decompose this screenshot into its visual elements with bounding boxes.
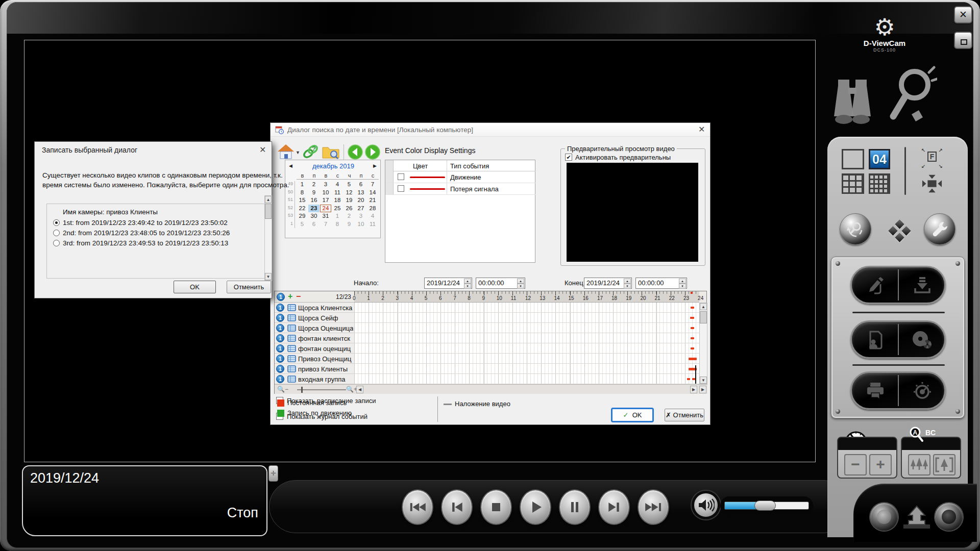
calendar-day[interactable]: 7 xyxy=(320,220,331,228)
calendar-day[interactable]: 1 xyxy=(297,181,308,188)
scroll-down-icon[interactable]: ▼ xyxy=(265,273,272,280)
enable-preview-checkbox[interactable]: ✔ xyxy=(565,154,572,161)
previous-day-button[interactable] xyxy=(348,144,363,160)
calendar-day[interactable]: 8 xyxy=(297,189,308,196)
speed-increase-button[interactable]: + xyxy=(869,454,892,475)
home-button[interactable] xyxy=(277,143,295,161)
close-dialog-icon[interactable]: ✕ xyxy=(259,146,266,154)
calendar-month-label[interactable]: декабрь 2019 xyxy=(296,162,371,170)
start-date-field[interactable]: 2019/12/24 ▲▼ xyxy=(424,278,472,289)
scroll-corner-icon[interactable]: ▶ xyxy=(699,386,706,393)
record-cancel-button[interactable]: Отменить xyxy=(227,281,271,293)
remove-camera-icon[interactable]: − xyxy=(296,292,301,301)
folder-search-button[interactable] xyxy=(322,144,340,160)
calendar-day[interactable]: 11 xyxy=(332,189,343,196)
calendar-day[interactable]: 24 xyxy=(320,205,331,212)
zoom-wide-button[interactable] xyxy=(908,454,930,475)
start-time-field[interactable]: 00:00:00 ▲▼ xyxy=(476,278,525,289)
camera-row[interactable]: 1Привоз Оценщиц xyxy=(275,354,354,364)
calendar-day[interactable]: 2 xyxy=(344,212,355,220)
download-button[interactable] xyxy=(912,275,933,295)
calendar-day[interactable]: 27 xyxy=(355,205,366,212)
end-time-field[interactable]: 00:00:00 ▲▼ xyxy=(635,278,687,289)
calendar-day[interactable]: 28 xyxy=(367,205,378,212)
calendar-day[interactable]: 5 xyxy=(344,181,355,188)
timeline-cursor[interactable] xyxy=(695,365,696,384)
calendar-day[interactable]: 3 xyxy=(355,212,366,220)
scroll-up-icon[interactable]: ▲ xyxy=(700,303,707,310)
next-frame-button[interactable] xyxy=(598,489,630,525)
layout-grid16-button[interactable] xyxy=(869,173,890,194)
camera-row[interactable]: 1Щорса Сейф xyxy=(275,313,354,323)
record-ok-button[interactable]: OK xyxy=(174,281,216,293)
previous-frame-button[interactable] xyxy=(441,489,473,525)
clip-option-radio[interactable] xyxy=(53,240,60,246)
smart-search-button[interactable] xyxy=(840,213,871,245)
calendar-day[interactable]: 31 xyxy=(320,212,331,220)
timeline-grid[interactable] xyxy=(354,303,699,384)
splitter-handle[interactable]: ✛ xyxy=(268,465,278,482)
calendar-day[interactable]: 1 xyxy=(332,212,343,220)
speed-decrease-button[interactable]: − xyxy=(844,454,867,475)
calendar-day[interactable]: 22 xyxy=(297,205,308,212)
calendar-day[interactable]: 13 xyxy=(355,189,366,196)
annotate-button[interactable] xyxy=(865,275,886,295)
camera-row[interactable]: 1входная группа xyxy=(275,374,354,384)
timer-button[interactable] xyxy=(912,381,933,401)
search-ok-button[interactable]: ✓ OK xyxy=(612,409,653,421)
camera-row[interactable]: 1Щорса Клиентска xyxy=(275,303,354,313)
dialog-titlebar[interactable]: Диалог поиска по дате и времени [Локальн… xyxy=(271,123,710,137)
calendar-day[interactable]: 15 xyxy=(297,196,308,204)
calendar-day[interactable]: 10 xyxy=(320,189,331,196)
layout-single-button[interactable] xyxy=(842,149,864,169)
close-dialog-icon[interactable]: ✕ xyxy=(698,126,705,134)
calendar-day[interactable]: 8 xyxy=(332,220,343,228)
pause-button[interactable] xyxy=(559,489,591,525)
minimize-window-button[interactable] xyxy=(954,32,972,49)
calendar-prev-icon[interactable]: ◀ xyxy=(289,163,292,168)
search-cancel-button[interactable]: ✗ Отменить xyxy=(665,409,704,421)
timeline-vscrollbar[interactable]: ▲ ▼ xyxy=(699,303,707,384)
calendar-day[interactable]: 3 xyxy=(320,181,331,188)
binoculars-icon[interactable] xyxy=(832,74,873,130)
calendar-day[interactable]: 12 xyxy=(344,189,355,196)
play-button[interactable] xyxy=(520,489,551,525)
compact-view-button[interactable] xyxy=(921,173,943,194)
calendar-day[interactable]: 25 xyxy=(332,205,343,212)
calendar-day[interactable]: 18 xyxy=(332,196,343,204)
calendar-day[interactable]: 26 xyxy=(344,205,355,212)
fullscreen-button[interactable]: ↖ ↗ ↙ ↘ F xyxy=(921,148,943,169)
calendar-day[interactable]: 9 xyxy=(308,189,320,196)
dialog-titlebar[interactable]: Записать выбранный диалог ✕ xyxy=(35,142,272,157)
camera-row[interactable]: 1фонтан клиентск xyxy=(275,333,354,343)
scroll-up-icon[interactable]: ▲ xyxy=(265,196,272,203)
settings-button[interactable] xyxy=(924,213,955,245)
calendar-day[interactable]: 14 xyxy=(367,189,378,196)
fast-forward-button[interactable] xyxy=(638,489,669,525)
clip-option-radio[interactable] xyxy=(53,230,60,236)
snapshot-export-button[interactable] xyxy=(865,330,886,350)
scroll-down-icon[interactable]: ▼ xyxy=(700,377,707,384)
timeline-zoom-handle[interactable] xyxy=(301,387,303,393)
calendar-day[interactable]: 29 xyxy=(297,212,308,220)
clip-option-radio[interactable] xyxy=(53,219,60,226)
calendar-day[interactable]: 5 xyxy=(297,220,308,228)
calendar-day[interactable]: 19 xyxy=(344,196,355,204)
camera-row[interactable]: 1привоз Клиенты xyxy=(275,364,354,374)
next-day-button[interactable] xyxy=(365,144,380,160)
end-date-spinner[interactable]: ▲▼ xyxy=(624,279,631,288)
calendar-next-icon[interactable]: ▶ xyxy=(373,163,377,168)
camera-row[interactable]: 1Щорса Оценщица xyxy=(275,323,354,333)
calendar-day[interactable]: 21 xyxy=(367,196,378,204)
link-search-button[interactable]: ? xyxy=(302,144,319,160)
go-to-start-button[interactable] xyxy=(402,489,433,525)
volume-button[interactable] xyxy=(692,491,720,519)
calendar-day[interactable]: 30 xyxy=(308,212,320,220)
home-dropdown-icon[interactable]: ▼ xyxy=(296,150,300,155)
zoom-in-timeline-icon[interactable]: 🔍+ xyxy=(346,386,357,393)
calendar-day[interactable]: 17 xyxy=(320,196,331,204)
add-camera-icon[interactable]: + xyxy=(288,292,292,301)
burn-disc-button[interactable] xyxy=(911,329,933,350)
calendar-day[interactable]: 23 xyxy=(308,205,320,212)
start-date-spinner[interactable]: ▲▼ xyxy=(464,279,471,288)
